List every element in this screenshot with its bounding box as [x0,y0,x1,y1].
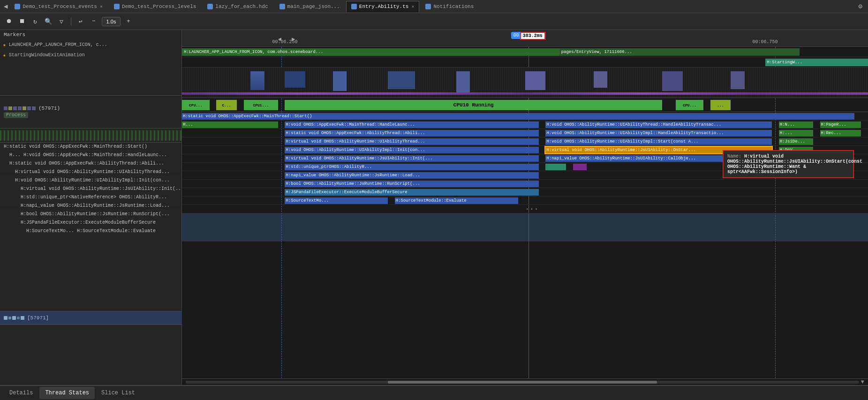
stack-row: H:static void OHOS::AppExecFwk::MainThre… [0,143,181,151]
cpu-main-bar: CPU10 Running [285,100,662,110]
marker-track-2: H:StartingW... [182,57,868,68]
tab-icon [351,4,357,9]
stack-row: H:JSPandaFileExecutor::ExecuteModuleBuff… [0,219,181,227]
process-badge: Process [4,112,28,118]
duration-box: 383.2ms [520,32,545,40]
cpu-bar-small-4: CPU... [676,100,703,110]
scroll-down-icon[interactable]: ▼ [861,379,864,385]
blue-thread-region [182,213,868,242]
timeline-stack-row-8: H:JSPandaFileExecutor::ExecuteModuleBuff… [182,188,868,196]
stack-row: H:virtual void OHOS::AbilityRuntime::UIA… [0,168,181,176]
markers-section: Markers ★ LAUNCHER_APP_LAUNCH_FROM_ICON,… [0,30,181,96]
stack-row: H:void OHOS::AbilityRuntime::UIAbilityIm… [0,176,181,185]
stack-row: H:static void OHOS::AppExecFwk::AbilityT… [0,159,181,168]
tooltip-label: Name: [727,154,741,159]
tl-bar-rr: H:... [779,130,813,136]
tab-icon [425,4,431,9]
tl-bar: H:static void OHOS::AppExecFwk::AbilityT… [285,130,538,136]
scrollbar-area[interactable]: ▼ [182,378,868,385]
scroll-thumb[interactable] [388,381,657,384]
filter-button[interactable]: ▽ [56,16,67,27]
stack-row: H:std::unique_ptr<NativeReference> OHOS:… [0,193,181,202]
stack-row: H... H:void OHOS::AppExecFwk::MainThread… [0,151,181,159]
main-area: Markers ★ LAUNCHER_APP_LAUNCH_FROM_ICON,… [0,30,868,385]
tab-main-page-json[interactable]: main_page_json... [274,1,345,12]
tl-bar: H:napi_value OHOS::AbilityRuntime::JsRun… [285,172,538,179]
scroll-track[interactable] [186,381,859,384]
settings-icon[interactable]: ⚙ [855,2,866,10]
tab-icon [207,4,213,9]
cpu-bar-small-2: C... [216,100,237,110]
tab-entry-ability[interactable]: Entry.Ability.ts ✕ [346,1,420,12]
tab-close-active-icon[interactable]: ✕ [411,4,414,9]
marker-star-icon: ★ [3,42,6,48]
marker-row-0[interactable]: ★ LAUNCHER_APP_LAUNCH_FROM_ICON, c... [0,39,181,50]
cpu-bar-small-5: ... [710,100,731,110]
record-button[interactable]: ⏺ [4,16,14,27]
tab-close-icon[interactable]: ✕ [100,4,103,9]
toolbar-separator [71,17,71,26]
timeline-stack-row-1: H... H:void OHOS::AppExecFwk::MainThread… [182,121,868,129]
minus-button[interactable]: − [89,16,99,27]
tl-bar: H:bool OHOS::AbilityRuntime::JsRuntime::… [285,181,538,187]
tl-bar-small2 [573,164,587,170]
tooltip-box: Name: H:virtual void OHOS::AbilityRuntim… [723,150,854,178]
tab-icon [114,4,120,9]
marker-star-icon: ★ [3,52,6,58]
timeline-stack-row-0: H:static void OHOS::AppExecFwk::MainThre… [182,112,868,121]
tl-bar: H:void OHOS::AbilityRuntime::UIAbilityIm… [285,147,538,153]
timeline-stack-row-7: H:bool OHOS::AbilityRuntime::JsRuntime::… [182,180,868,188]
stack-row: H:SourceTextMo... H:SourceTextModule::Ev… [0,227,181,235]
tab-notifications[interactable]: Notifications [420,1,479,12]
refresh-button[interactable]: ↻ [30,16,40,27]
nav-back-icon[interactable]: ◀ [2,2,9,10]
tl-bar-src1: H:SourceTextMo... [285,197,387,204]
cpu-section-left [0,128,181,143]
cpu-row: CPU... C... CPU1... CPU10 Running CPU...… [182,98,868,112]
tl-bar: H:virtual void OHOS::AbilityRuntime::UIA… [285,138,538,145]
process-density [182,68,868,98]
tl-bar-r: H:void OHOS::AbilityRuntime::UIAbilityIm… [545,130,772,136]
tl-bar-right-3: H:PageR... [820,121,861,128]
bottom-tab-slice-list[interactable]: Slice List [96,387,141,399]
tl-bar-right-2: H:N... [779,121,813,128]
stop-button[interactable]: ⏹ [17,16,27,27]
tl-bar: H:std::unique_ptr OHOS::AbilityR... [285,164,538,170]
tooltip-value: H:virtual void OHOS::AbilityRuntime::JsU… [727,154,862,174]
tl-bar: H:static void OHOS::AppExecFwk::MainThre… [182,113,854,120]
thread-label: [57971] [27,315,49,321]
tl-bar-src2: H:SourceTextModule::Evaluate [395,197,518,204]
cpu-bar-small-3: CPU1... [244,100,278,110]
timeline-stack-row-9: H:SourceTextMo... H:SourceTextModule::Ev… [182,196,868,205]
tab-demo-process-levels[interactable]: Demo_test_Process_levels [109,1,201,12]
right-panel[interactable]: 00:06.250 00:06.750 ◀ ▶ 00:06.551 383.2m… [182,30,868,385]
marker-bar-starting: H:StartingW... [765,59,868,66]
time-input[interactable] [102,17,121,26]
bottom-tab-details[interactable]: Details [4,387,38,399]
tab-icon [279,4,285,9]
tl-bar-small1 [545,164,566,170]
tab-bar: ◀ Demo_test_Process_events ✕ Demo_test_P… [0,0,868,13]
back-button[interactable]: ↩ [75,16,86,27]
thread-stack-left: H:static void OHOS::AppExecFwk::MainThre… [0,143,181,385]
marker-row-1[interactable]: ★ StartingWindowExitAnimation [0,50,181,60]
marker-track-1: H:LAUNCHER_APP_LAUNCH_FROM_ICON, com.oho… [182,47,868,57]
tl-bar-rrr: H:Rec... [820,130,861,136]
tl-bar-left: H... [182,121,278,128]
timeline-stack-row-3: H:virtual void OHOS::AbilityRuntime::UIA… [182,137,868,146]
search-button[interactable]: 🔍 [43,16,53,27]
marker-bar-pages: pages/EntryView, 17111606... [559,48,800,56]
tab-demo-process-events[interactable]: Demo_test_Process_events ✕ [9,1,107,12]
marker-bar-launch: H:LAUNCHER_APP_LAUNCH_FROM_ICON, com.oho… [182,48,559,56]
left-panel: Markers ★ LAUNCHER_APP_LAUNCH_FROM_ICON,… [0,30,182,385]
tl-bar-main: H:void OHOS::AppExecFwk::MainThread::Han… [285,121,538,128]
bottom-tab-thread-states[interactable]: Thread States [39,387,95,399]
timeline-stack-row-2: H:static void OHOS::AppExecFwk::AbilityT… [182,129,868,137]
stack-row: H:napi_value OHOS::AbilityRuntime::JsRun… [0,202,181,210]
toolbar: ⏺ ⏹ ↻ 🔍 ▽ ↩ − + [0,13,868,30]
tab-lazy-for-each[interactable]: lazy_for_each.hdc [202,1,273,12]
plus-button[interactable]: + [123,16,134,27]
tl-bar: H:JSPandaFileExecutor::ExecuteModuleBuff… [285,189,538,196]
tl-bar-rr2: H:JsiDe... [779,138,813,145]
tl-bar: H:virtual void OHOS::AbilityRuntime::JsU… [285,155,538,162]
